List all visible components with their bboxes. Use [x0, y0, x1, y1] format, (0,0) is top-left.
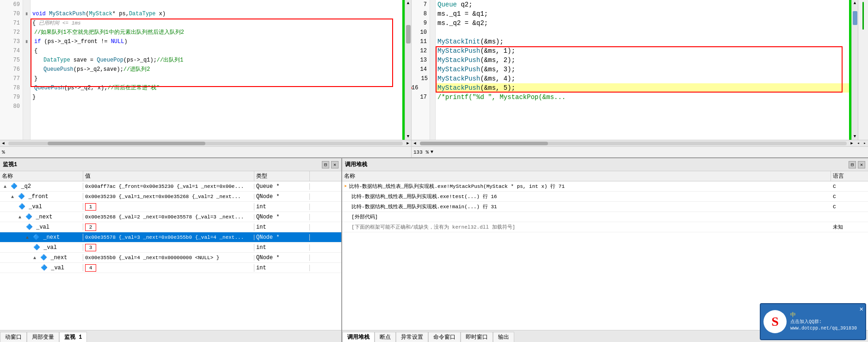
watch-tab-watch1[interactable]: 监视 1: [59, 332, 87, 342]
right-hscroll-track[interactable]: [420, 142, 847, 145]
right-minimap: [858, 0, 868, 140]
watch-row-val-4[interactable]: 🔷 _val 4 int: [0, 263, 341, 273]
watch-row-val-1[interactable]: 🔷 _val 1 int: [0, 202, 341, 212]
watch-col-type-header: 类型: [254, 171, 310, 181]
left-code-content[interactable]: void MyStackPush(MyStack* ps,DataType x)…: [31, 0, 402, 140]
right-line-17: /*printf("%d ", MystackPop(&ms...: [436, 93, 849, 102]
left-vscroll-thumb[interactable]: [406, 25, 411, 44]
watch-tab-anim[interactable]: 动窗口: [0, 332, 27, 342]
watch-close-btn[interactable]: ✕: [331, 161, 339, 168]
code-line-80: [31, 102, 402, 111]
cs-col-name-header: 名称: [342, 171, 831, 181]
watch-row-next-4[interactable]: ▲ 🔷 _next 0x00e355b0 {_val=4 _next=0x000…: [0, 253, 341, 263]
watch-table-header: 名称 值 类型: [0, 171, 341, 181]
bottom-row: 监视1 ⊟ ✕ 名称 值 类型 ▲ 🔷 _q2: [0, 157, 868, 342]
right-line-12: MyStackPush(&ms, 1);: [436, 46, 849, 56]
left-code-area: 69 70 71 72 73 74 75 76 77 78 79 80 ∎: [0, 0, 411, 140]
watch-row-val-3[interactable]: 🔷 _val 3 int: [0, 243, 341, 253]
code-line-79: }: [31, 93, 402, 102]
right-line-9: ms._q2 = &q2;: [436, 19, 849, 28]
watch-row-front[interactable]: ▲ 🔷 _front 0x00e35230 {_val=1_next=0x00e…: [0, 192, 341, 202]
right-line-numbers: 7 8 9 10 11 12 13 14 15 ●16 17: [412, 0, 430, 140]
qq-ad-overlay[interactable]: ✕ S 中 点击加入QQ群: www.dotcpp.net/qq_391830: [760, 303, 866, 340]
right-line-7: Queue q2;: [436, 0, 849, 9]
watch-row-next-2[interactable]: ▲ 🔷 _next 0x00e35268 {_val=2 _next=0x00e…: [0, 212, 341, 222]
cs-row-3[interactable]: [外部代码]: [342, 212, 868, 222]
code-line-73: if (ps->_q1->_front != NULL): [31, 37, 402, 46]
code-line-77: }: [31, 74, 402, 83]
left-hscroll-track[interactable]: [8, 142, 403, 145]
callstack-close-btn[interactable]: ✕: [858, 161, 865, 168]
left-editor: 69 70 71 72 73 74 75 76 77 78 79 80 ∎: [0, 0, 412, 157]
cs-row-4[interactable]: [下面的框架可能不正确和/或缺失，没有为 kernel32.dll 加载符号] …: [342, 222, 868, 232]
watch-tabs: 动窗口 局部变量 监视 1: [0, 330, 341, 342]
left-gutter: ∎ ∎: [23, 0, 31, 140]
right-gutter: [430, 0, 436, 140]
main-container: 69 70 71 72 73 74 75 76 77 78 79 80 ∎: [0, 0, 868, 342]
expand-icon-70[interactable]: ∎: [25, 11, 28, 17]
callstack-title: 调用堆栈: [345, 161, 367, 168]
expand-icon-73[interactable]: ∎: [25, 39, 28, 44]
watch-col-name-header: 名称: [0, 171, 83, 181]
watch-row-q2[interactable]: ▲ 🔷 _q2 0x00aff7ac {_front=0x00e35230 {_…: [0, 181, 341, 192]
watch-table-body: ▲ 🔷 _q2 0x00aff7ac {_front=0x00e35230 {_…: [0, 181, 341, 330]
callstack-panel: 调用堆栈 ⊟ ✕ 名称 语言 ➤ 比特-数据结构_线性表_用队列实现栈.exe!…: [342, 158, 868, 342]
callstack-tab-output[interactable]: 输出: [493, 332, 514, 342]
watch-panel-title: 监视1: [3, 161, 17, 168]
watch-panel-header: 监视1 ⊟ ✕: [0, 158, 341, 171]
watch-row-next-3[interactable]: ▲ 🔷 _next 0x00e35578 {_val=3 _next=0x00e…: [0, 232, 341, 243]
right-hscroll-thumb[interactable]: [420, 142, 548, 145]
right-line-13: MyStackPush(&ms, 2);: [436, 56, 849, 65]
right-code-content[interactable]: Queue q2; ms._q1 = &q1; ms._q2 = &q2; My…: [436, 0, 849, 140]
right-line-8: ms._q1 = &q1;: [436, 9, 849, 19]
watch-panel: 监视1 ⊟ ✕ 名称 值 类型 ▲ 🔷 _q2: [0, 158, 342, 342]
right-vscroll[interactable]: ▲ ▼: [851, 0, 858, 140]
right-line-15: MyStackPush(&ms, 4);: [436, 74, 849, 83]
watch-tab-locals[interactable]: 局部变量: [27, 332, 59, 342]
callstack-controls: ⊟ ✕: [849, 161, 865, 168]
cs-row-0[interactable]: ➤ 比特-数据结构_线性表_用队列实现栈.exe!MyStackPush(MyS…: [342, 181, 868, 192]
cs-row-2[interactable]: 比特-数据结构_线性表_用队列实现栈.exe!main(...) 行 31 C: [342, 202, 868, 212]
left-hscroll-thumb[interactable]: [48, 142, 205, 145]
left-zoom-level: %: [2, 149, 5, 155]
callstack-pin-btn[interactable]: ⊟: [849, 161, 856, 168]
active-frame-arrow: ➤: [344, 183, 347, 189]
watch-panel-controls: ⊟ ✕: [322, 161, 339, 168]
code-line-75: DataType save = QueuePop(ps->_q1);//出队列1: [31, 56, 402, 65]
callstack-tab-breakpoints[interactable]: 断点: [375, 332, 396, 342]
editors-row: 69 70 71 72 73 74 75 76 77 78 79 80 ∎: [0, 0, 868, 157]
callstack-tab-cmd[interactable]: 命令窗口: [428, 332, 461, 342]
right-editor-inner: 7 8 9 10 11 12 13 14 15 ●16 17: [412, 0, 868, 140]
code-line-70: void MyStackPush(MyStack* ps,DataType x): [31, 9, 402, 19]
code-line-72: //如果队列1不空就先把队列1中的元素出队列然后进入队列2: [31, 28, 402, 37]
qq-ad-close[interactable]: ✕: [860, 305, 863, 313]
left-zoom-bar: %: [0, 146, 411, 157]
code-line-78: QueuePush(ps->_q2, x);//而后在正常进"栈": [31, 83, 402, 93]
code-line-76: QueuePush(ps->_q2,save);//进队列2: [31, 65, 402, 74]
code-line-71: { 已用时间 <= 1ms: [31, 19, 402, 28]
callstack-header: 调用堆栈 ⊟ ✕: [342, 158, 868, 171]
right-line-10: [436, 28, 849, 37]
right-hscroll[interactable]: ◀ ▶ ◂ ▸: [412, 140, 868, 146]
callstack-tab-exceptions[interactable]: 异常设置: [396, 332, 428, 342]
right-zoom-bar: 133 % ▼: [412, 146, 868, 157]
callstack-tab-callstack[interactable]: 调用堆栈: [342, 332, 375, 342]
watch-row-val-2[interactable]: 🔷 _val 2 int: [0, 222, 341, 232]
left-hscroll[interactable]: ◀ ▶: [0, 140, 411, 146]
callstack-table-header: 名称 语言: [342, 171, 868, 181]
qq-icon: S: [763, 310, 787, 333]
right-line-14: MyStackPush(&ms, 3);: [436, 65, 849, 74]
cs-row-1[interactable]: 比特-数据结构_线性表_用队列实现栈.exe!test(...) 行 16 C: [342, 192, 868, 202]
minimap-green-bar: [862, 2, 864, 30]
code-line-74: {: [31, 46, 402, 56]
callstack-tab-immediate[interactable]: 即时窗口: [461, 332, 493, 342]
code-line-69: [31, 0, 402, 9]
qq-ad-text: 中 点击加入QQ群: www.dotcpp.net/qq_391830: [790, 311, 857, 332]
left-vscroll[interactable]: ▲ ▼: [405, 0, 411, 140]
watch-col-val-header: 值: [83, 171, 254, 181]
watch-pin-btn[interactable]: ⊟: [322, 161, 329, 168]
left-line-numbers: 69 70 71 72 73 74 75 76 77 78 79 80: [0, 0, 23, 140]
right-vscroll-thumb[interactable]: [853, 11, 857, 25]
right-zoom-dropdown[interactable]: ▼: [431, 149, 433, 155]
right-editor: 7 8 9 10 11 12 13 14 15 ●16 17: [412, 0, 868, 157]
